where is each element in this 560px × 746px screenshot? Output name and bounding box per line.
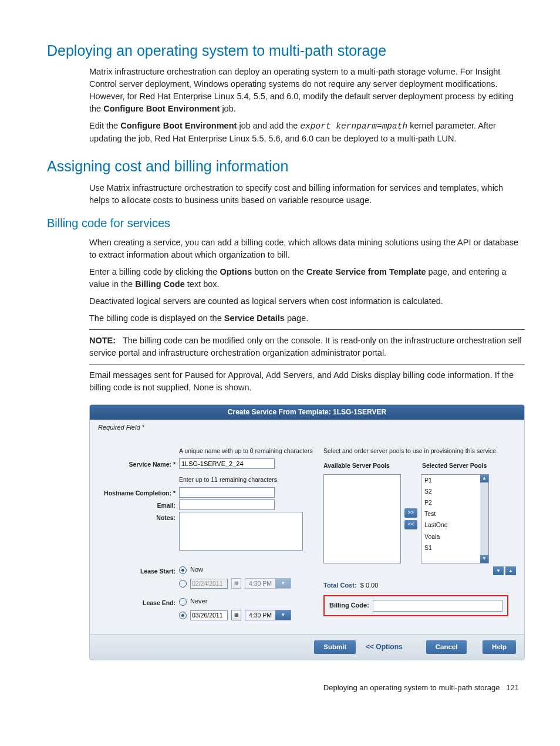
calendar-icon[interactable]: ▦ (231, 610, 241, 620)
billing-p4: The billing code is displayed on the Ser… (89, 312, 525, 325)
lease-end-date-radio[interactable] (179, 612, 187, 619)
pools-hint: Select and order server pools to use in … (323, 447, 516, 455)
heading-billing-code: Billing code for services (47, 215, 525, 232)
assign-p1: Use Matrix infrastructure orchestration … (89, 182, 525, 207)
billing-p5: Email messages sent for Paused for Appro… (89, 369, 525, 394)
notes-input[interactable] (179, 512, 303, 551)
deploy-p1: Matrix infrastructure orchestration can … (89, 66, 525, 115)
selected-pools-header: Selected Server Pools (422, 461, 487, 470)
scrollbar[interactable]: ▲▼ (480, 475, 488, 563)
available-pools-list[interactable] (323, 474, 401, 563)
service-name-hint: A unique name with up to 0 remaining cha… (179, 447, 315, 455)
billing-p2: Enter a billing code by clicking the Opt… (89, 266, 525, 291)
chevron-down-icon: ▼ (275, 579, 291, 588)
create-service-dialog: Create Service From Template: 1LSG-1SERV… (89, 404, 525, 660)
page-footer: Deploying an operating system to multi-p… (47, 683, 525, 694)
selected-pools-list[interactable]: P1 S2 P2 Test LastOne Voala S1 ▲▼ (421, 474, 489, 563)
text: job. (220, 104, 235, 113)
dialog-footer: Submit << Options Cancel Help (90, 634, 524, 660)
dialog-left-column: A unique name with up to 0 remaining cha… (98, 447, 315, 626)
text: job and add the (237, 121, 300, 130)
lease-start-now-text: Now (190, 565, 203, 575)
lease-end-date-input[interactable] (190, 610, 228, 620)
lease-end-never-radio[interactable] (179, 598, 187, 606)
page-number: 121 (506, 683, 519, 692)
billing-p3: Deactivated logical servers are counted … (89, 295, 525, 308)
total-cost-value: $ 0.00 (360, 582, 379, 589)
calendar-icon[interactable]: ▦ (231, 578, 241, 589)
list-item[interactable]: S1 (421, 542, 488, 553)
lease-end-label: Lease End: (98, 597, 179, 607)
list-item[interactable]: S2 (421, 486, 488, 497)
lease-start-date-input[interactable] (190, 579, 228, 589)
total-cost-label: Total Cost: (323, 582, 357, 589)
billing-code-label: Billing Code: (329, 601, 369, 610)
service-details-bold: Service Details (224, 313, 285, 323)
notes-label: Notes: (98, 512, 179, 522)
cst-bold: Create Service from Template (306, 267, 426, 276)
billing-code-bold: Billing Code (135, 279, 185, 289)
move-left-button[interactable]: << (404, 520, 417, 529)
lease-start-label: Lease Start: (98, 565, 179, 576)
list-item[interactable]: P1 (421, 475, 488, 486)
hostname-hint: Enter up to 11 remaining characters. (179, 475, 315, 484)
submit-button[interactable]: Submit (314, 640, 356, 654)
footer-text: Deploying an operating system to multi-p… (323, 683, 500, 692)
scroll-up-icon[interactable]: ▲ (480, 475, 488, 482)
text: Edit the (89, 121, 120, 130)
service-name-input[interactable] (179, 458, 275, 469)
lease-end-time-value: 4:30 PM (245, 610, 275, 620)
list-item[interactable]: Test (421, 508, 488, 519)
text: text box. (185, 279, 220, 289)
heading-deploying: Deploying an operating system to multi-p… (47, 40, 525, 61)
required-field-note: Required Field * (98, 423, 516, 433)
email-input[interactable] (179, 499, 275, 510)
pool-down-button[interactable]: ▼ (493, 566, 504, 575)
available-pools-header: Available Server Pools (323, 461, 400, 470)
note-rule-bottom (89, 364, 525, 364)
lease-start-date-radio[interactable] (179, 580, 187, 588)
note-rule-top (89, 329, 525, 330)
billing-code-input[interactable] (373, 600, 502, 612)
billing-code-highlight: Billing Code: (323, 595, 508, 616)
pool-up-button[interactable]: ▲ (505, 566, 516, 575)
chevron-down-icon: ▼ (275, 610, 291, 620)
options-link[interactable]: << Options (366, 643, 403, 651)
service-name-label: Service Name: * (98, 458, 179, 469)
lease-start-time-dropdown[interactable]: 4:30 PM▼ (245, 578, 291, 589)
billing-p1: When creating a service, you can add a b… (89, 237, 525, 261)
lease-start-time-value: 4:30 PM (245, 579, 275, 588)
list-item[interactable]: P2 (421, 497, 488, 508)
note-label: NOTE: (89, 336, 116, 345)
lease-end-never-text: Never (190, 597, 207, 606)
dialog-title: Create Service From Template: 1LSG-1SERV… (90, 405, 524, 420)
list-item[interactable]: Voala (421, 531, 488, 542)
hostname-label: Hostname Completion: * (98, 487, 179, 498)
cbe-bold: Configure Boot Environment (103, 104, 220, 113)
cancel-button[interactable]: Cancel (426, 640, 467, 654)
dialog-right-column: Select and order server pools to use in … (323, 447, 516, 626)
lease-start-now-radio[interactable] (179, 566, 187, 574)
heading-assigning: Assigning cost and billing information (47, 156, 525, 177)
deploy-p2: Edit the Configure Boot Environment job … (89, 120, 525, 145)
billing-note: NOTE: The billing code can be modified o… (89, 335, 525, 359)
note-body: The billing code can be modified only on… (89, 336, 521, 357)
hostname-input[interactable] (179, 487, 275, 498)
email-label: Email: (98, 499, 179, 510)
move-right-button[interactable]: >> (404, 508, 417, 518)
options-bold: Options (220, 267, 252, 276)
help-button[interactable]: Help (483, 640, 516, 654)
list-item[interactable]: LastOne (421, 519, 488, 531)
lease-end-time-dropdown[interactable]: 4:30 PM▼ (245, 610, 291, 620)
text: page. (285, 313, 308, 323)
text: The billing code is displayed on the (89, 313, 224, 323)
text: Enter a billing code by clicking the (89, 267, 220, 276)
kernparm-code: export kernparm=mpath (300, 121, 407, 131)
scroll-down-icon[interactable]: ▼ (480, 555, 488, 563)
text: button on the (252, 267, 306, 276)
cbe-bold-2: Configure Boot Environment (120, 121, 237, 130)
